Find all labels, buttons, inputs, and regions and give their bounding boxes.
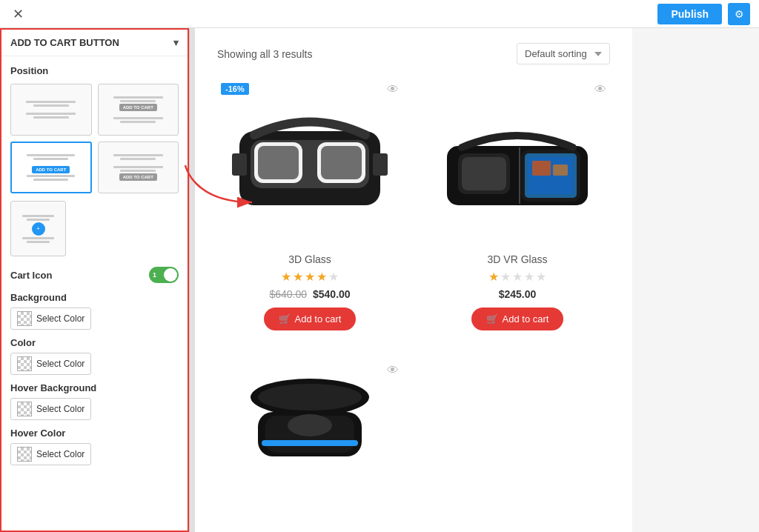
position-option-3[interactable]: ADD TO CART — [10, 142, 92, 193]
pos-line-short — [33, 116, 69, 119]
product-svg-1 — [217, 87, 402, 235]
svg-rect-7 — [373, 153, 388, 176]
wishlist-icon-3[interactable]: 👁 — [387, 364, 399, 377]
add-to-cart-1[interactable]: 🛒 Add to cart — [264, 307, 357, 330]
star-3: ★ — [512, 270, 523, 284]
svg-rect-8 — [251, 140, 369, 188]
position-title: Position — [10, 65, 179, 76]
wishlist-icon-2[interactable]: 👁 — [594, 83, 606, 96]
background-color-label: Select Color — [36, 313, 84, 324]
star-1: ★ — [488, 270, 499, 284]
color-select-label: Select Color — [36, 359, 84, 369]
add-to-cart-label-2: Add to cart — [503, 313, 549, 325]
hover-color-section: Hover Color Select Color — [10, 428, 179, 465]
background-section: Background Select Color — [10, 292, 179, 330]
star-1: ★ — [281, 270, 291, 284]
pos-line-short — [33, 104, 69, 107]
position-option-5[interactable]: + — [10, 201, 66, 256]
pos-line-short — [120, 121, 156, 123]
pos-line — [113, 166, 163, 168]
background-color-button[interactable]: Select Color — [10, 307, 91, 330]
pos-btn-label: ADD TO CART — [119, 104, 157, 111]
star-2: ★ — [500, 270, 511, 284]
pos-line — [26, 113, 76, 115]
hover-background-section: Hover Background Select Color — [10, 382, 179, 420]
pos-preview-1 — [16, 101, 87, 119]
pos-btn-label: ADD TO CART — [119, 173, 157, 181]
discount-badge-1: -16% — [221, 83, 249, 95]
price-row-2: $245.00 — [499, 288, 537, 300]
product-stars-1: ★ ★ ★ ★ ★ — [281, 270, 339, 284]
pos-preview-3: ADD TO CART — [16, 154, 86, 181]
position-option-2[interactable]: ADD TO CART — [98, 84, 179, 136]
pos-line-short — [33, 179, 68, 181]
pos-line-short — [27, 241, 50, 243]
pos-preview-2: ADD TO CART — [103, 96, 174, 123]
product-svg-2 — [432, 87, 603, 235]
color-button[interactable]: Select Color — [10, 353, 91, 375]
cart-icon-glyph-1: 🛒 — [279, 313, 291, 325]
color-checker — [17, 402, 32, 416]
star-3: ★ — [305, 270, 315, 284]
panel-dropdown-icon[interactable]: ▾ — [173, 37, 179, 48]
cart-icon-label: Cart Icon — [10, 270, 52, 281]
svg-point-19 — [258, 384, 362, 410]
panel-header: ADD TO CART BUTTON ▾ — [1, 30, 188, 56]
pos-line-short — [120, 170, 156, 172]
svg-rect-16 — [553, 164, 568, 176]
cart-icon-toggle[interactable]: 1 — [149, 267, 179, 283]
position-option-1[interactable] — [10, 84, 92, 136]
sort-select[interactable]: Default sorting — [517, 43, 610, 64]
position-option-4[interactable]: ADD TO CART — [98, 142, 179, 193]
pos-line — [27, 154, 75, 156]
cart-icon-glyph-2: 🛒 — [486, 313, 498, 325]
hover-color-select-label: Select Color — [36, 449, 84, 459]
pos-line — [27, 175, 75, 177]
pos-line — [22, 215, 54, 217]
color-section: Color Select Color — [10, 337, 179, 375]
product-name-1: 3D Glass — [288, 253, 331, 265]
settings-button[interactable]: ⚙ — [728, 3, 750, 25]
product-stars-2: ★ ★ ★ ★ ★ — [488, 270, 546, 284]
background-label: Background — [10, 292, 179, 303]
pos-btn-label: ADD TO CART — [32, 166, 70, 173]
sale-price-1: $540.00 — [313, 288, 351, 300]
star-5: ★ — [536, 270, 546, 284]
results-text: Showing all 3 results — [217, 48, 312, 60]
hover-background-button[interactable]: Select Color — [10, 398, 91, 420]
scrollbar[interactable] — [189, 28, 195, 532]
price-2: $245.00 — [499, 288, 537, 300]
pos-preview-4: ADD TO CART — [103, 154, 174, 181]
hover-background-select-label: Select Color — [36, 404, 84, 414]
pos-line — [113, 154, 163, 156]
topbar: ✕ Publish ⚙ — [0, 0, 759, 28]
pos-line — [113, 117, 163, 119]
star-5: ★ — [328, 270, 339, 284]
product-image-3: 👁 — [217, 360, 402, 479]
pos-line-short — [120, 158, 156, 160]
products-grid: -16% 👁 — [217, 79, 610, 490]
panel-content: Position A — [1, 56, 188, 531]
color-checker — [17, 311, 32, 326]
left-panel: ADD TO CART BUTTON ▾ Position — [0, 28, 189, 532]
svg-point-25 — [288, 414, 332, 436]
svg-rect-6 — [232, 153, 247, 176]
wishlist-icon-1[interactable]: 👁 — [387, 83, 399, 96]
toggle-value: 1 — [153, 271, 156, 279]
close-button[interactable]: ✕ — [9, 5, 27, 23]
hover-color-button[interactable]: Select Color — [10, 443, 91, 465]
pos-line-short — [33, 158, 68, 160]
publish-button[interactable]: Publish — [657, 4, 722, 24]
pos-line — [22, 237, 54, 239]
svg-rect-11 — [462, 157, 506, 190]
star-4: ★ — [524, 270, 534, 284]
star-4: ★ — [316, 270, 327, 284]
svg-rect-22 — [262, 440, 358, 446]
pos-circle: + — [32, 222, 45, 236]
original-price-1: $640.00 — [269, 288, 307, 300]
add-to-cart-2[interactable]: 🛒 Add to cart — [471, 307, 564, 330]
panel-dropdown-label: ADD TO CART BUTTON — [10, 37, 173, 48]
pos-line-short — [120, 100, 156, 102]
product-card-2: 👁 — [425, 79, 610, 330]
product-card-3: 👁 — [217, 360, 402, 490]
